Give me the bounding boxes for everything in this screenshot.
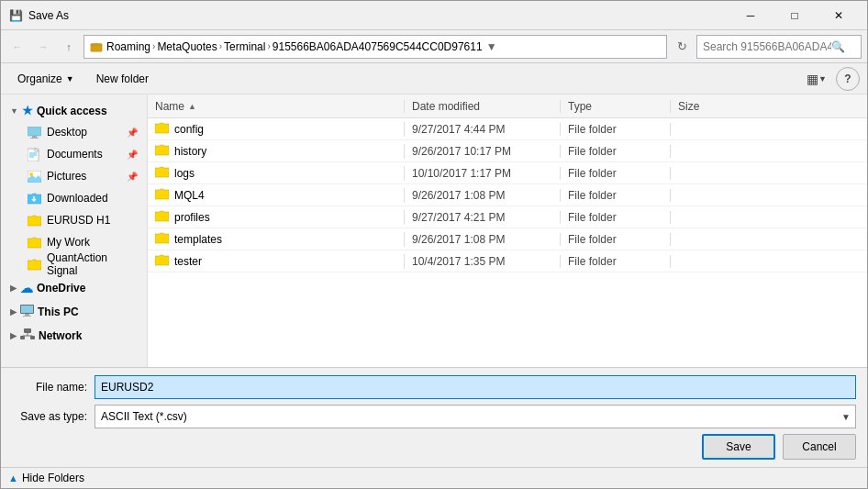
svg-rect-14 (23, 316, 31, 317)
sidebar-item-downloaded[interactable]: Downloaded (1, 187, 147, 209)
path-segment-roaming: Roaming (106, 40, 150, 53)
svg-rect-3 (30, 138, 39, 139)
minimize-button[interactable]: ─ (729, 2, 772, 29)
file-date-cell: 9/26/2017 1:08 PM (405, 233, 561, 246)
file-date-cell: 9/27/2017 4:21 PM (405, 211, 561, 224)
column-date[interactable]: Date modified (405, 100, 561, 113)
address-bar: ← → ↑ Roaming › MetaQuotes › Terminal › … (1, 30, 867, 63)
svg-rect-12 (21, 306, 33, 313)
svg-rect-1 (28, 127, 41, 136)
quick-access-chevron: ▼ (10, 106, 18, 116)
file-date-cell: 9/26/2017 10:17 PM (405, 145, 561, 158)
close-button[interactable]: ✕ (818, 2, 860, 29)
hide-folders-arrow-icon: ▲ (8, 472, 18, 483)
savetype-select[interactable]: ASCII Text (*.csv)CSV Files (*.csv)All F… (95, 405, 856, 428)
pin-icon: 📌 (127, 128, 138, 138)
bottom-area: File name: Save as type: ASCII Text (*.c… (1, 367, 867, 467)
hide-folders-button[interactable]: ▲ Hide Folders (8, 472, 84, 484)
save-button[interactable]: Save (702, 434, 775, 460)
view-button[interactable]: ▦ ▼ (805, 67, 829, 91)
folder-icon (155, 254, 169, 269)
file-rows-container: config 9/27/2017 4:44 PM File folder his… (148, 118, 867, 272)
path-segment-metaquotes: MetaQuotes (157, 40, 217, 53)
refresh-button[interactable]: ↻ (671, 36, 693, 58)
file-list-header: Name ▲ Date modified Type Size (148, 94, 867, 118)
file-name-cell: profiles (148, 210, 405, 225)
thispc-icon (20, 305, 34, 319)
folder-icon (155, 166, 169, 181)
svg-rect-15 (24, 328, 31, 333)
column-type[interactable]: Type (561, 100, 671, 113)
file-name-cell: history (148, 144, 405, 159)
file-list: Name ▲ Date modified Type Size con (148, 94, 867, 367)
organize-button[interactable]: Organize ▼ (8, 67, 83, 91)
quick-access-header[interactable]: ▼ ★ Quick access (1, 98, 147, 121)
cancel-button[interactable]: Cancel (783, 434, 856, 460)
sidebar-item-documents[interactable]: Documents 📌 (1, 143, 147, 165)
hide-folders-row: ▲ Hide Folders (1, 467, 867, 488)
folder-icon (155, 188, 169, 203)
file-name-cell: MQL4 (148, 188, 405, 203)
forward-button[interactable]: → (32, 36, 54, 58)
search-icon: 🔍 (831, 40, 845, 53)
bottom-buttons: Save Cancel (12, 434, 856, 460)
sidebar-item-mywork[interactable]: My Work (1, 231, 147, 253)
table-row[interactable]: history 9/26/2017 10:17 PM File folder (148, 140, 867, 162)
toolbar: Organize ▼ New folder ▦ ▼ ? (1, 63, 867, 94)
filename-input[interactable] (95, 375, 856, 399)
file-name-cell: tester (148, 254, 405, 269)
savetype-label: Save as type: (12, 410, 95, 423)
maximize-button[interactable]: □ (773, 2, 816, 29)
file-date-cell: 9/27/2017 4:44 PM (405, 123, 561, 136)
thispc-header[interactable]: ▶ This PC (1, 299, 147, 323)
new-folder-button[interactable]: New folder (87, 67, 158, 91)
title-controls: ─ □ ✕ (729, 2, 860, 29)
table-row[interactable]: config 9/27/2017 4:44 PM File folder (148, 118, 867, 140)
view-dropdown-arrow: ▼ (818, 74, 827, 83)
folder-icon (155, 210, 169, 225)
svg-rect-17 (30, 336, 35, 339)
table-row[interactable]: profiles 9/27/2017 4:21 PM File folder (148, 206, 867, 228)
file-type-cell: File folder (561, 167, 671, 180)
network-icon (20, 328, 35, 343)
file-type-cell: File folder (561, 145, 671, 158)
file-type-cell: File folder (561, 255, 671, 268)
folder-download-icon (27, 191, 41, 206)
desktop-icon (27, 125, 41, 139)
search-box[interactable]: 🔍 (696, 35, 862, 59)
file-date-cell: 10/4/2017 1:35 PM (405, 255, 561, 268)
back-button[interactable]: ← (6, 36, 28, 58)
table-row[interactable]: tester 10/4/2017 1:35 PM File folder (148, 250, 867, 272)
search-input[interactable] (703, 40, 831, 53)
column-size[interactable]: Size (671, 100, 744, 113)
file-type-cell: File folder (561, 233, 671, 246)
column-name[interactable]: Name ▲ (148, 100, 405, 113)
sidebar-item-eurusd[interactable]: EURUSD H1 (1, 209, 147, 231)
title-bar: 💾 Save As ─ □ ✕ (1, 1, 867, 30)
view-icon: ▦ (807, 72, 818, 86)
pictures-icon (27, 169, 41, 183)
sidebar-item-desktop[interactable]: Desktop 📌 (1, 121, 147, 143)
folder-quantaction-icon (27, 257, 41, 272)
table-row[interactable]: MQL4 9/26/2017 1:08 PM File folder (148, 184, 867, 206)
file-name-cell: templates (148, 232, 405, 247)
file-date-cell: 9/26/2017 1:08 PM (405, 189, 561, 202)
table-row[interactable]: templates 9/26/2017 1:08 PM File folder (148, 228, 867, 250)
up-button[interactable]: ↑ (58, 36, 80, 58)
help-button[interactable]: ? (836, 67, 860, 91)
sort-arrow-icon: ▲ (188, 102, 196, 111)
sidebar-item-pictures[interactable]: Pictures 📌 (1, 165, 147, 187)
path-icon (90, 40, 106, 53)
network-header[interactable]: ▶ Network (1, 323, 147, 347)
folder-mywork-icon (27, 235, 41, 250)
sidebar-item-quantaction[interactable]: QuantAction Signal (1, 253, 147, 275)
onedrive-header[interactable]: ▶ ☁ OneDrive (1, 275, 147, 299)
pin-icon-pics: 📌 (127, 172, 138, 182)
filename-row: File name: (12, 375, 856, 399)
path-segment-hash: 915566BA06ADA407569C544CC0D97611 (273, 40, 483, 53)
onedrive-icon: ☁ (20, 281, 33, 295)
pin-icon-docs: 📌 (127, 150, 138, 160)
svg-rect-2 (32, 136, 37, 138)
address-path[interactable]: Roaming › MetaQuotes › Terminal › 915566… (83, 35, 667, 59)
table-row[interactable]: logs 10/10/2017 1:17 PM File folder (148, 162, 867, 184)
